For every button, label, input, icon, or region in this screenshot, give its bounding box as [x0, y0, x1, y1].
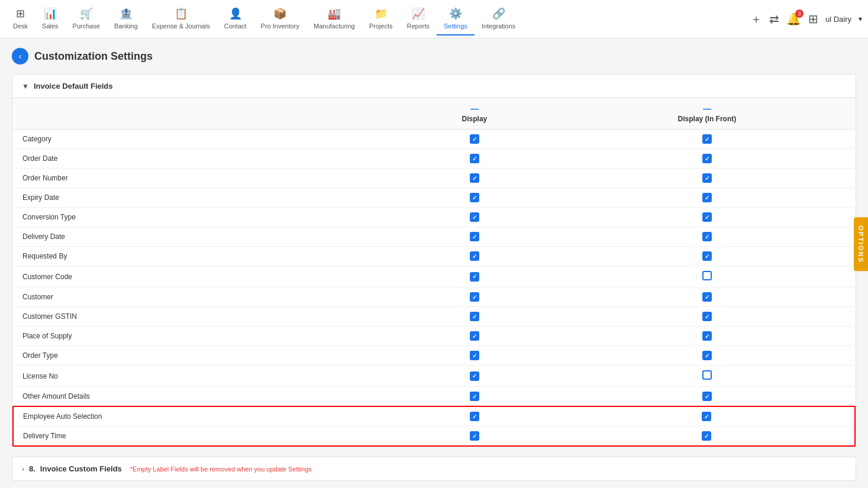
- integrations-icon: 🔗: [492, 7, 505, 20]
- field-label: Employee Auto Selection: [13, 406, 390, 426]
- notification-button[interactable]: 🔔 3: [786, 12, 801, 26]
- field-label: Expiry Date: [13, 188, 390, 208]
- back-button[interactable]: ‹: [12, 48, 28, 64]
- display-front-checkbox[interactable]: [702, 370, 712, 380]
- add-button[interactable]: ＋: [750, 11, 762, 27]
- nav-label-expense: Expense & Journals: [152, 22, 210, 30]
- display-front-checkbox[interactable]: [702, 232, 712, 241]
- switch-button[interactable]: ⇄: [769, 12, 779, 26]
- display-front-checkbox[interactable]: [702, 212, 712, 222]
- table-row: Order Date: [13, 149, 855, 169]
- field-label: Requested By: [13, 247, 390, 266]
- page-title: Customization Settings: [34, 50, 153, 63]
- display-checkbox[interactable]: [470, 251, 479, 261]
- page-header: ‹ Customization Settings: [12, 48, 856, 64]
- sales-icon: 📊: [44, 7, 57, 20]
- display-front-cell: [559, 247, 855, 266]
- grid-button[interactable]: ⊞: [808, 12, 818, 26]
- nav-item-banking[interactable]: 🏦 Banking: [107, 2, 145, 35]
- display-front-cell: [559, 266, 855, 287]
- display-cell: [390, 366, 559, 387]
- table-row: Delivery Time: [13, 426, 855, 447]
- bottom-section-header[interactable]: › 8. Invoice Custom Fields *Empty Label …: [22, 464, 846, 473]
- nav-item-expense[interactable]: 📋 Expense & Journals: [145, 2, 217, 35]
- display-front-checkbox[interactable]: [702, 251, 712, 261]
- display-front-checkbox[interactable]: [702, 331, 712, 341]
- table-wrapper[interactable]: — Display — Display (In Front): [12, 98, 856, 447]
- display-checkbox[interactable]: [470, 392, 479, 401]
- field-label: Order Type: [13, 346, 390, 366]
- display-front-checkbox[interactable]: [702, 351, 712, 360]
- nav-item-desk[interactable]: ⊞ Desk: [6, 2, 35, 35]
- display-checkbox[interactable]: [470, 212, 479, 222]
- display-cell: [390, 130, 559, 149]
- display-front-cell: [559, 346, 855, 366]
- display-checkbox[interactable]: [470, 272, 479, 282]
- display-checkbox[interactable]: [470, 173, 479, 183]
- top-navigation: ⊞ Desk 📊 Sales 🛒 Purchase 🏦 Banking 📋 Ex…: [0, 0, 868, 38]
- display-checkbox[interactable]: [470, 371, 479, 381]
- display-front-dash[interactable]: —: [703, 104, 711, 114]
- display-checkbox[interactable]: [470, 292, 479, 302]
- user-dropdown-icon[interactable]: ▾: [859, 15, 862, 23]
- nav-item-settings[interactable]: ⚙️ Settings: [437, 2, 475, 35]
- field-label: Other Amount Details: [13, 387, 390, 407]
- display-checkbox[interactable]: [470, 154, 479, 163]
- display-checkbox[interactable]: [470, 232, 479, 241]
- nav-item-purchase[interactable]: 🛒 Purchase: [66, 2, 107, 35]
- display-front-checkbox[interactable]: [702, 193, 712, 202]
- display-cell: [390, 307, 559, 327]
- display-front-checkbox[interactable]: [702, 412, 711, 421]
- display-cell: [390, 169, 559, 188]
- display-checkbox[interactable]: [470, 331, 479, 341]
- section-header[interactable]: ▼ Invoice Default Fields: [12, 75, 856, 98]
- options-tab[interactable]: OPTIONS: [854, 217, 868, 272]
- table-row: Conversion Type: [13, 208, 855, 227]
- nav-item-pro-inventory[interactable]: 📦 Pro Inventory: [254, 2, 306, 35]
- table-row: Customer Code: [13, 266, 855, 287]
- display-checkbox[interactable]: [470, 351, 479, 360]
- display-front-checkbox[interactable]: [702, 154, 712, 163]
- display-front-cell: [559, 169, 855, 188]
- table-row: Other Amount Details: [13, 387, 855, 407]
- nav-item-sales[interactable]: 📊 Sales: [35, 2, 66, 35]
- display-checkbox[interactable]: [470, 193, 479, 202]
- display-front-checkbox[interactable]: [702, 392, 712, 401]
- display-front-checkbox[interactable]: [702, 312, 712, 321]
- field-label: Order Date: [13, 149, 390, 169]
- display-checkbox[interactable]: [470, 312, 479, 321]
- bottom-section-label: Invoice Custom Fields: [40, 464, 122, 473]
- nav-item-manufacturing[interactable]: 🏭 Manufacturing: [306, 2, 362, 35]
- display-dash[interactable]: —: [470, 104, 479, 114]
- col-field: [13, 98, 390, 130]
- manufacturing-icon: 🏭: [328, 7, 341, 20]
- display-cell: [390, 426, 559, 447]
- display-checkbox[interactable]: [470, 412, 479, 421]
- bottom-section-number: 8.: [29, 464, 36, 473]
- display-cell: [390, 346, 559, 366]
- desk-icon: ⊞: [16, 7, 25, 20]
- nav-item-projects[interactable]: 📁 Projects: [362, 2, 400, 35]
- display-front-checkbox[interactable]: [702, 292, 712, 302]
- display-front-checkbox[interactable]: [702, 134, 712, 144]
- display-front-checkbox[interactable]: [702, 431, 711, 441]
- field-label: Conversion Type: [13, 208, 390, 227]
- col-display: — Display: [390, 98, 559, 130]
- display-front-checkbox[interactable]: [702, 173, 712, 183]
- display-checkbox[interactable]: [470, 134, 479, 144]
- nav-item-contact[interactable]: 👤 Contact: [217, 2, 254, 35]
- nav-item-reports[interactable]: 📈 Reports: [400, 2, 437, 35]
- display-cell: [390, 406, 559, 426]
- section-chevron: ▼: [22, 82, 29, 91]
- display-front-cell: [559, 227, 855, 247]
- nav-item-integrations[interactable]: 🔗 Integrations: [475, 2, 522, 35]
- user-name[interactable]: ul Dairy: [825, 15, 851, 24]
- display-checkbox[interactable]: [470, 431, 479, 441]
- field-label: Customer GSTIN: [13, 307, 390, 327]
- display-cell: [390, 149, 559, 169]
- field-label: Delivery Date: [13, 227, 390, 247]
- purchase-icon: 🛒: [80, 7, 93, 20]
- display-front-checkbox[interactable]: [702, 271, 712, 280]
- field-label: Category: [13, 130, 390, 149]
- page-content: ‹ Customization Settings ▼ Invoice Defau…: [0, 38, 868, 488]
